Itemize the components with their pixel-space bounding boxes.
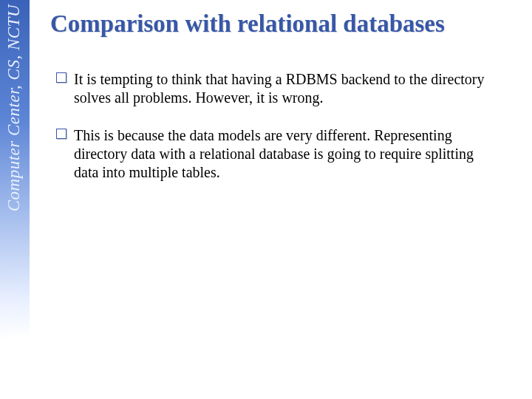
- slide-title: Comparison with relational databases: [50, 10, 517, 38]
- bullet-item: This is because the data models are very…: [56, 126, 495, 182]
- sidebar: Computer Center, CS, NCTU 13: [0, 0, 30, 399]
- sidebar-label: Computer Center, CS, NCTU: [4, 4, 24, 211]
- content-area: Comparison with relational databases It …: [50, 0, 517, 399]
- slide: Computer Center, CS, NCTU 13 Comparison …: [0, 0, 532, 399]
- square-bullet-icon: [56, 72, 66, 83]
- bullet-item: It is tempting to think that having a RD…: [56, 70, 495, 107]
- page-number: 13: [0, 379, 30, 392]
- bullet-list: It is tempting to think that having a RD…: [50, 70, 517, 182]
- bullet-text: This is because the data models are very…: [74, 127, 474, 180]
- bullet-text: It is tempting to think that having a RD…: [74, 71, 484, 106]
- square-bullet-icon: [56, 129, 66, 139]
